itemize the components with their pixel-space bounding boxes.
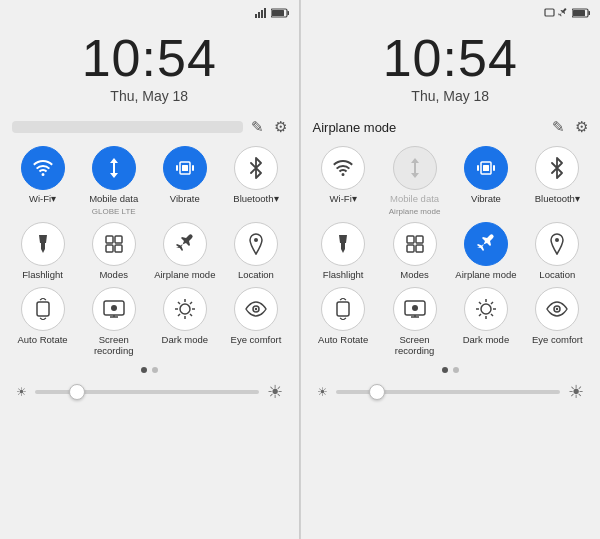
- svg-point-20: [180, 304, 190, 314]
- qs-autorotate-right[interactable]: Auto Rotate: [311, 287, 376, 357]
- svg-point-44: [555, 238, 559, 242]
- bluetooth-icon-right: [535, 146, 579, 190]
- wifi-icon-left: [21, 146, 65, 190]
- vibrate-label-left: Vibrate: [170, 193, 200, 204]
- screen-icon: [544, 8, 555, 19]
- qs-bluetooth-left[interactable]: Bluetooth▾: [223, 146, 288, 216]
- settings-icon-left[interactable]: ⚙: [274, 118, 287, 136]
- quick-settings-left: Wi-Fi▾ Mobile data GLOBE LTE Vibrate Blu…: [0, 142, 299, 363]
- darkmode-label-left: Dark mode: [162, 334, 208, 345]
- svg-rect-41: [416, 236, 423, 243]
- airplane-icon-left: [163, 222, 207, 266]
- qs-wifi-left[interactable]: Wi-Fi▾: [10, 146, 75, 216]
- qs-screenrecord-left[interactable]: Screen recording: [81, 287, 146, 357]
- modes-label-left: Modes: [99, 269, 128, 280]
- clock-area-left: 10:54 Thu, May 18: [0, 22, 299, 112]
- svg-line-56: [479, 314, 481, 316]
- svg-rect-34: [573, 10, 585, 16]
- notification-placeholder: [12, 121, 243, 133]
- qs-location-right[interactable]: Location: [525, 222, 590, 280]
- svg-rect-42: [407, 245, 414, 252]
- qs-vibrate-right[interactable]: Vibrate: [453, 146, 518, 216]
- qs-eyecomfort-right[interactable]: Eye comfort: [525, 287, 590, 357]
- qs-location-left[interactable]: Location: [223, 222, 288, 280]
- notification-bar-right: Airplane mode ✎ ⚙: [301, 112, 601, 142]
- qs-mobile-left[interactable]: Mobile data GLOBE LTE: [81, 146, 146, 216]
- autorotate-label-right: Auto Rotate: [318, 334, 368, 345]
- svg-rect-10: [176, 165, 178, 171]
- qs-modes-right[interactable]: Modes: [382, 222, 447, 280]
- edit-icon-right[interactable]: ✎: [552, 118, 565, 136]
- airplane-icon-right: [464, 222, 508, 266]
- svg-point-30: [255, 308, 257, 310]
- qs-modes-left[interactable]: Modes: [81, 222, 146, 280]
- airplane-label-left: Airplane mode: [154, 269, 215, 280]
- qs-eyecomfort-left[interactable]: Eye comfort: [223, 287, 288, 357]
- clock-time-right: 10:54: [383, 32, 518, 84]
- location-icon-right: [535, 222, 579, 266]
- mobile-label-left: Mobile data: [89, 193, 138, 204]
- qs-wifi-right[interactable]: Wi-Fi▾: [311, 146, 376, 216]
- svg-line-27: [190, 302, 192, 304]
- left-phone-panel: 10:54 Thu, May 18 ✎ ⚙ Wi-Fi▾ Mobile data…: [0, 0, 300, 539]
- qs-bluetooth-right[interactable]: Bluetooth▾: [525, 146, 590, 216]
- flashlight-icon-right: [321, 222, 365, 266]
- svg-rect-3: [264, 8, 266, 18]
- qs-flashlight-left[interactable]: Flashlight: [10, 222, 75, 280]
- modes-icon-right: [393, 222, 437, 266]
- qs-autorotate-left[interactable]: Auto Rotate: [10, 287, 75, 357]
- svg-point-19: [111, 305, 117, 311]
- edit-icon-left[interactable]: ✎: [251, 118, 264, 136]
- qs-vibrate-left[interactable]: Vibrate: [152, 146, 217, 216]
- brightness-right[interactable]: ☀ ☀: [301, 377, 601, 409]
- brightness-low-icon-right: ☀: [317, 385, 328, 399]
- flashlight-label-left: Flashlight: [22, 269, 63, 280]
- dots-left: [0, 363, 299, 377]
- status-icons-left: [255, 8, 289, 18]
- location-label-right: Location: [539, 269, 575, 280]
- mobile-label-right: Mobile data: [390, 193, 439, 204]
- qs-darkmode-right[interactable]: Dark mode: [453, 287, 518, 357]
- right-phone-panel: 10:54 Thu, May 18 Airplane mode ✎ ⚙ Wi-F…: [301, 0, 601, 539]
- wifi-label-left: Wi-Fi▾: [29, 193, 56, 204]
- svg-point-58: [556, 308, 558, 310]
- svg-rect-1: [258, 12, 260, 18]
- qs-airplane-left[interactable]: Airplane mode: [152, 222, 217, 280]
- status-icons-right: [544, 8, 590, 19]
- qs-flashlight-right[interactable]: Flashlight: [311, 222, 376, 280]
- qs-darkmode-left[interactable]: Dark mode: [152, 287, 217, 357]
- qs-screenrecord-right[interactable]: Screen recording: [382, 287, 447, 357]
- dot-2-left: [152, 367, 158, 373]
- clock-time-left: 10:54: [82, 32, 217, 84]
- location-icon-left: [234, 222, 278, 266]
- svg-rect-17: [37, 302, 49, 316]
- qs-mobile-right[interactable]: Mobile data Airplane mode: [382, 146, 447, 216]
- svg-line-28: [178, 314, 180, 316]
- mobile-icon-right: [393, 146, 437, 190]
- clock-area-right: 10:54 Thu, May 18: [301, 22, 601, 112]
- quick-settings-right: Wi-Fi▾ Mobile data Airplane mode Vibrate…: [301, 142, 601, 363]
- svg-point-47: [412, 305, 418, 311]
- autorotate-icon-right: [321, 287, 365, 331]
- settings-icon-right[interactable]: ⚙: [575, 118, 588, 136]
- svg-line-26: [190, 314, 192, 316]
- location-label-left: Location: [238, 269, 274, 280]
- dot-1-right: [442, 367, 448, 373]
- wifi-icon-right: [321, 146, 365, 190]
- battery-icon: [271, 8, 289, 18]
- status-bar-left: [0, 0, 299, 22]
- bluetooth-icon-left: [234, 146, 278, 190]
- brightness-thumb-left: [69, 384, 85, 400]
- svg-rect-15: [115, 245, 122, 252]
- brightness-left[interactable]: ☀ ☀: [0, 377, 299, 409]
- svg-rect-38: [477, 165, 479, 171]
- svg-rect-6: [272, 10, 284, 16]
- svg-rect-11: [192, 165, 194, 171]
- svg-rect-2: [261, 10, 263, 18]
- airplane-mode-notification: Airplane mode: [313, 120, 545, 135]
- qs-airplane-right[interactable]: Airplane mode: [453, 222, 518, 280]
- brightness-slider-left[interactable]: [35, 390, 259, 394]
- airplane-label-right: Airplane mode: [455, 269, 516, 280]
- brightness-slider-right[interactable]: [336, 390, 561, 394]
- screenrecord-icon-right: [393, 287, 437, 331]
